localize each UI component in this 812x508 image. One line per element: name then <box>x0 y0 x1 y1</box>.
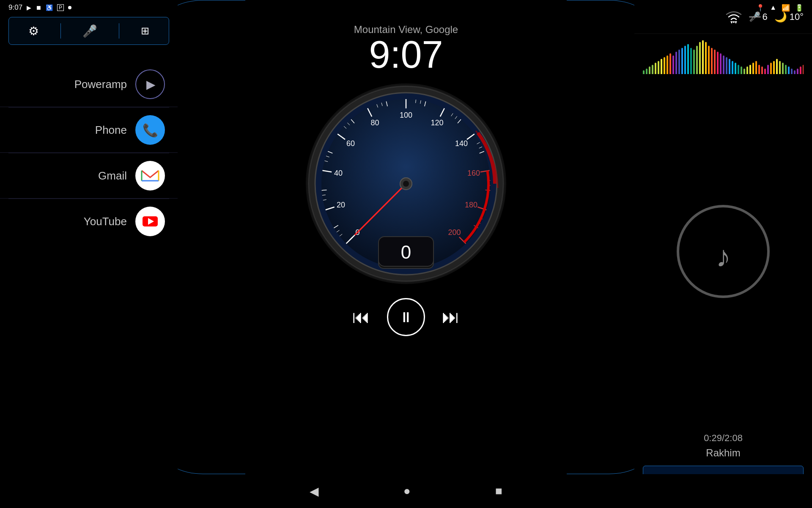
list-item[interactable]: Gmail <box>0 153 178 199</box>
wifi-status-icon: ▲ <box>770 4 776 11</box>
location-icon: 📍 <box>756 4 765 12</box>
speedometer-label: 160 <box>467 169 480 177</box>
left-panel: ⚙ 🎤 ⊞ Poweramp ▶ Phone 📞 Gmail <box>0 0 178 508</box>
speedometer-label: 180 <box>465 201 477 209</box>
parking-icon: P <box>57 4 64 11</box>
equalizer-bar <box>705 42 707 74</box>
back-button[interactable]: ◀ <box>310 484 319 498</box>
equalizer-bar <box>708 46 710 74</box>
equalizer-bar <box>788 66 790 74</box>
toolbar-divider-2 <box>119 23 119 39</box>
equalizer-bar <box>658 61 659 74</box>
equalizer-bar <box>782 63 784 74</box>
equalizer-bar <box>714 50 716 74</box>
signal-bars-icon: 📶 <box>782 4 790 12</box>
equalizer-bar <box>794 70 796 74</box>
list-item[interactable]: YouTube <box>0 199 178 244</box>
apps-grid-icon[interactable]: ⊞ <box>141 25 149 37</box>
music-icon-area: ♪ <box>634 78 812 424</box>
equalizer-bar <box>749 65 751 74</box>
equalizer-bar <box>681 48 683 74</box>
speedometer-tick <box>322 190 327 190</box>
equalizer-visualization <box>643 40 804 74</box>
toolbar: ⚙ 🎤 ⊞ <box>8 17 169 45</box>
equalizer-bar <box>800 66 801 74</box>
speedometer-container: 0 0 0204060801001201401601802000 <box>300 78 512 290</box>
equalizer-bar <box>770 63 772 74</box>
svg-text:▼▼: ▼▼ <box>730 20 738 24</box>
poweramp-icon[interactable]: ▶ <box>135 69 165 99</box>
gmail-icon[interactable] <box>135 161 165 190</box>
time-display: 9:07 <box>8 3 22 12</box>
prev-track-button[interactable]: ⏮ <box>352 307 370 327</box>
youtube-icon[interactable] <box>135 207 165 236</box>
youtube-label: YouTube <box>84 215 127 228</box>
equalizer-bar <box>746 66 748 74</box>
next-track-button[interactable]: ⏭ <box>442 307 460 327</box>
gmail-svg <box>140 168 160 183</box>
equalizer-bar <box>675 52 677 74</box>
equalizer-bar <box>761 66 763 74</box>
stop-icon: ⏹ <box>36 4 41 11</box>
equalizer-bar <box>672 55 674 74</box>
equalizer-bar <box>646 69 647 74</box>
equalizer-bar <box>738 65 739 74</box>
equalizer-bar <box>643 70 645 74</box>
right-panel: ▼▼ 🎤 6 🌙 10° ♪ 0:29/2:08 Rakhim Fendi <box>634 0 812 508</box>
nav-bar: ◀ ● ■ <box>0 474 812 508</box>
list-item[interactable]: Poweramp ▶ <box>0 62 178 107</box>
clock-display: 9:07 <box>354 36 458 74</box>
equalizer-bar <box>720 53 721 74</box>
speedometer-svg: 0 0 0204060801001201401601802000 <box>300 78 512 290</box>
equalizer-bar <box>785 65 787 74</box>
speed-value: 0 <box>401 242 411 262</box>
needle-cap-inner <box>403 181 409 187</box>
phone-icon[interactable]: 📞 <box>135 115 165 145</box>
microphone-icon[interactable]: 🎤 <box>82 24 97 38</box>
equalizer-bar <box>752 63 754 74</box>
music-controls: ⏮ ⏸ ⏭ <box>352 298 460 336</box>
equalizer-bar <box>699 42 701 74</box>
equalizer-bar <box>702 40 704 74</box>
equalizer-bar <box>711 48 713 74</box>
header-info: Mountain View, Google 9:07 <box>354 15 458 74</box>
equalizer-bar <box>661 59 662 74</box>
equalizer-bar <box>729 59 730 74</box>
youtube-svg <box>140 214 160 229</box>
svg-text:♪: ♪ <box>716 240 731 273</box>
equalizer-bar <box>726 57 727 74</box>
phone-label: Phone <box>95 124 127 137</box>
dot-icon <box>68 6 71 9</box>
toolbar-divider-1 <box>60 23 61 39</box>
equalizer-bar <box>693 50 695 74</box>
equalizer-bar <box>723 55 724 74</box>
equalizer-bar <box>696 46 698 74</box>
track-time: 0:29/2:08 <box>643 433 804 444</box>
music-note-svg: ♪ <box>698 226 749 277</box>
equalizer-bar <box>764 69 766 74</box>
speedometer-label: 120 <box>431 119 444 127</box>
list-item[interactable]: Phone 📞 <box>0 108 178 153</box>
equalizer-bar <box>664 57 665 74</box>
equalizer-bar <box>684 46 686 74</box>
pause-button[interactable]: ⏸ <box>387 298 425 336</box>
equalizer-bar <box>669 53 671 74</box>
recents-button[interactable]: ■ <box>495 484 502 498</box>
speedometer-label: 80 <box>370 119 379 127</box>
equalizer-bar <box>779 61 781 74</box>
equalizer-bar <box>776 59 778 74</box>
status-right: 📍 ▲ 📶 🔋 <box>756 4 804 12</box>
battery-icon: 🔋 <box>795 4 804 12</box>
equalizer-bar <box>741 66 742 74</box>
equalizer-bar <box>652 65 653 74</box>
equalizer-bar <box>678 50 680 74</box>
poweramp-label: Poweramp <box>74 78 127 91</box>
settings-icon[interactable]: ⚙ <box>28 24 39 38</box>
speedometer-label: 60 <box>346 139 355 148</box>
equalizer-bar <box>758 65 760 74</box>
play-status-icon: ▶ <box>27 4 31 11</box>
equalizer-bar <box>649 66 650 74</box>
equalizer-bar <box>803 65 804 74</box>
equalizer-bar <box>667 55 668 74</box>
home-button[interactable]: ● <box>403 484 411 498</box>
